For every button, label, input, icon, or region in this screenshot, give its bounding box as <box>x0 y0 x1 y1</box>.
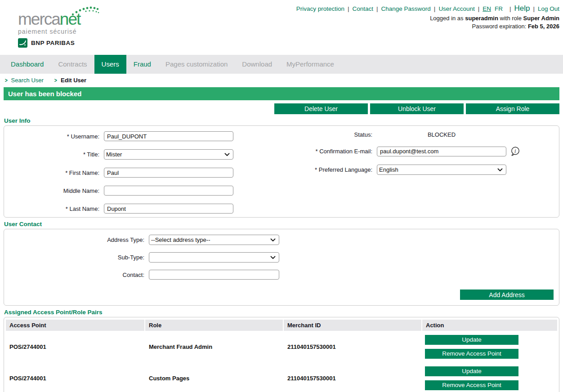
last-name-field[interactable] <box>104 204 233 214</box>
assign-role-button[interactable]: Assign Role <box>466 103 559 114</box>
breadcrumb: >Search User >Edit User <box>0 74 563 86</box>
column-header-merchant-id: Merchant ID <box>284 320 421 331</box>
title-row: * Title: Mister <box>4 149 282 160</box>
separator: | <box>434 5 436 12</box>
password-expiration-label: Password expiration: <box>472 23 527 30</box>
lang-en[interactable]: EN <box>483 5 491 12</box>
link-help[interactable]: Help <box>514 4 530 13</box>
separator: | <box>533 5 535 12</box>
action-cell: Update Remove Access Point <box>422 364 557 392</box>
first-name-row: * First Name: <box>4 168 282 178</box>
table-row: POS/2744001 Merchant Fraud Admin 2110401… <box>6 331 557 362</box>
chevron-right-icon: > <box>5 77 8 84</box>
header: mercanet paiement sécurisé <box>0 0 563 55</box>
remove-access-point-button[interactable]: Remove Access Point <box>425 349 518 359</box>
bnp-paribas-name: BNP PARIBAS <box>31 40 75 46</box>
preferred-language-select[interactable]: English <box>377 165 506 175</box>
first-name-label: * First Name: <box>4 169 104 176</box>
last-name-label: * Last Name: <box>4 205 104 212</box>
bnp-paribas-brand: BNP PARIBAS <box>18 38 80 48</box>
breadcrumb-search-user-link[interactable]: Search User <box>11 77 44 84</box>
tab-users[interactable]: Users <box>94 55 126 74</box>
info-icon[interactable]: i <box>510 146 520 156</box>
contact-label: Contact: <box>4 272 149 278</box>
add-address-button[interactable]: Add Address <box>460 290 554 300</box>
bnp-paribas-icon <box>18 38 27 48</box>
utility-nav: Privacy protection|Contact|Change Passwo… <box>296 4 559 14</box>
logo-tagline: paiement sécurisé <box>18 28 80 35</box>
logged-in-infix: with role <box>500 15 522 22</box>
tab-download: Download <box>235 55 279 74</box>
breadcrumb-search-user: >Search User <box>4 77 44 84</box>
sub-type-label: Sub-Type: <box>4 254 149 261</box>
update-button[interactable]: Update <box>425 366 518 376</box>
preferred-language-label: * Preferred Language: <box>282 166 377 173</box>
address-type-row: Address Type: --Select address type-- <box>4 235 559 245</box>
middle-name-field[interactable] <box>104 186 233 196</box>
user-info-right-column: Status: BLOCKED * Confirmation E-mail: i… <box>282 131 559 214</box>
column-header-role: Role <box>145 320 283 331</box>
role-cell: Merchant Fraud Admin <box>145 343 283 350</box>
first-name-field[interactable] <box>104 168 233 178</box>
logo-wordmark: mercanet <box>18 11 80 28</box>
status-value: BLOCKED <box>377 131 506 138</box>
separator: | <box>348 5 349 12</box>
username-row: * Username: <box>4 131 282 141</box>
status-row: Status: BLOCKED <box>282 131 559 138</box>
sub-type-row: Sub-Type: <box>4 252 559 263</box>
breadcrumb-edit-user-label: Edit User <box>61 77 86 84</box>
page-actions: Delete User Unblock User Assign Role <box>0 103 563 114</box>
middle-name-label: Middle Name: <box>4 187 104 194</box>
tab-pages-customization: Pages customization <box>158 55 235 74</box>
lang-fr[interactable]: FR <box>495 5 503 12</box>
header-right: Privacy protection|Contact|Change Passwo… <box>296 4 559 30</box>
breadcrumb-edit-user: >Edit User <box>54 77 86 84</box>
tab-fraud[interactable]: Fraud <box>126 55 158 74</box>
address-type-label: Address Type: <box>4 236 149 243</box>
access-pairs-section-title: Assigned Access Point/Role Pairs <box>4 309 563 316</box>
mercanet-logo: mercanet paiement sécurisé <box>18 11 80 48</box>
remove-access-point-button[interactable]: Remove Access Point <box>425 380 518 390</box>
password-expiration-line: Password expiration: Feb 5, 2026 <box>296 22 559 30</box>
username-field[interactable] <box>104 131 233 141</box>
link-change-password[interactable]: Change Password <box>381 5 431 12</box>
contact-row: Contact: <box>4 270 559 280</box>
link-contact[interactable]: Contact <box>352 5 373 12</box>
logged-in-line: Logged in as superadmin with role Super … <box>296 14 559 22</box>
svg-text:i: i <box>514 148 516 154</box>
add-address-row: Add Address <box>4 287 559 302</box>
title-select[interactable]: Mister <box>104 149 233 160</box>
separator: | <box>478 5 480 12</box>
address-type-select[interactable]: --Select address type-- <box>149 235 279 245</box>
preferred-language-row: * Preferred Language: English <box>282 165 559 175</box>
role-cell: Custom Pages <box>145 375 283 382</box>
password-expiration-value: Feb 5, 2026 <box>528 23 559 30</box>
unblock-user-button[interactable]: Unblock User <box>370 103 464 114</box>
link-user-account[interactable]: User Account <box>438 5 474 12</box>
table-row: POS/2744001 Custom Pages 211040157530001… <box>6 362 557 392</box>
separator: | <box>509 5 511 12</box>
confirmation-email-field[interactable] <box>377 147 506 156</box>
confirmation-email-label: * Confirmation E-mail: <box>282 148 377 155</box>
merchant-id-cell: 211040157530001 <box>284 375 421 382</box>
logged-in-prefix: Logged in as <box>430 15 463 22</box>
user-info-left-column: * Username: * Title: Mister * First Name… <box>4 131 282 214</box>
logged-in-username: superadmin <box>465 15 498 22</box>
chevron-right-icon: > <box>54 77 57 84</box>
contact-field[interactable] <box>149 270 279 280</box>
user-contact-section: Address Type: --Select address type-- Su… <box>4 229 559 306</box>
logo-dots-icon <box>71 5 100 16</box>
status-label: Status: <box>282 131 377 138</box>
user-info-section: * Username: * Title: Mister * First Name… <box>4 125 559 218</box>
access-point-cell: POS/2744001 <box>6 343 144 350</box>
tab-dashboard[interactable]: Dashboard <box>4 55 51 74</box>
access-point-cell: POS/2744001 <box>6 375 144 382</box>
logo-text-merca: merca <box>18 10 60 28</box>
status-banner: User has been blocked <box>4 87 559 100</box>
tab-myperformance: MyPerformance <box>279 55 341 74</box>
sub-type-select[interactable] <box>149 252 279 263</box>
link-log-out[interactable]: Log Out <box>538 5 559 12</box>
update-button[interactable]: Update <box>425 335 518 345</box>
delete-user-button[interactable]: Delete User <box>274 103 368 114</box>
link-privacy-protection[interactable]: Privacy protection <box>296 5 344 12</box>
